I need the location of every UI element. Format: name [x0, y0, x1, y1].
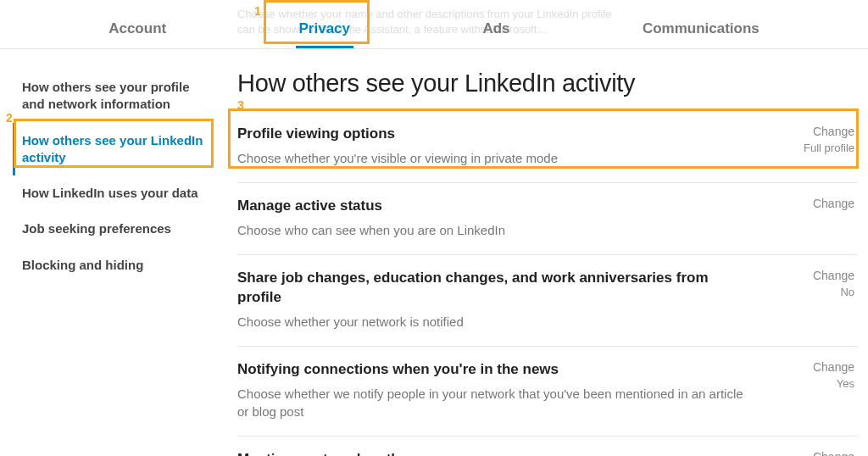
- top-tabs: Choose whether your name and other descr…: [0, 0, 868, 49]
- tab-privacy[interactable]: Privacy: [279, 14, 371, 48]
- change-link[interactable]: Change: [787, 197, 854, 210]
- setting-right: Change Yes: [787, 360, 854, 390]
- setting-active-status[interactable]: Manage active status Choose who can see …: [237, 183, 858, 255]
- page-title: How others see your LinkedIn activity: [237, 70, 858, 97]
- sidebar-item-profile-network[interactable]: How others see your profile and network …: [22, 70, 214, 123]
- setting-title: Manage active status: [237, 197, 753, 216]
- tab-ads[interactable]: Ads: [462, 14, 530, 48]
- change-link[interactable]: Change: [787, 125, 854, 138]
- sidebar: How others see your profile and network …: [0, 70, 214, 456]
- setting-title: Profile viewing options: [237, 125, 753, 144]
- setting-title: Mentions or tags by others: [237, 450, 753, 456]
- change-link[interactable]: Change: [787, 360, 854, 374]
- setting-profile-viewing[interactable]: Profile viewing options Choose whether y…: [237, 111, 858, 183]
- setting-right: Change: [787, 197, 854, 214]
- setting-left: Manage active status Choose who can see …: [237, 197, 787, 239]
- sidebar-item-linkedin-activity[interactable]: How others see your LinkedIn activity: [13, 123, 214, 176]
- setting-left: Mentions or tags by others Choose whethe…: [237, 450, 787, 456]
- setting-right: Change Full profile: [787, 125, 854, 154]
- sidebar-item-blocking[interactable]: Blocking and hiding: [22, 247, 214, 283]
- setting-news-notify[interactable]: Notifying connections when you're in the…: [237, 347, 858, 437]
- setting-right: Change No: [787, 269, 854, 298]
- tab-account[interactable]: Account: [88, 14, 186, 48]
- sidebar-item-job-seeking[interactable]: Job seeking preferences: [22, 211, 214, 247]
- setting-value: No: [787, 286, 854, 298]
- setting-desc: Choose whether you're visible or viewing…: [237, 149, 753, 167]
- setting-right: Change Yes: [787, 450, 854, 456]
- change-link[interactable]: Change: [787, 269, 854, 282]
- tab-communications[interactable]: Communications: [622, 14, 780, 48]
- main: How others see your LinkedIn activity Pr…: [214, 70, 868, 456]
- setting-left: Notifying connections when you're in the…: [237, 360, 787, 420]
- setting-desc: Choose who can see when you are on Linke…: [237, 221, 753, 239]
- setting-value: Yes: [787, 377, 854, 390]
- setting-value: Full profile: [787, 142, 854, 154]
- change-link[interactable]: Change: [787, 450, 854, 456]
- setting-desc: Choose whether your network is notified: [237, 313, 753, 331]
- setting-share-changes[interactable]: Share job changes, education changes, an…: [237, 255, 858, 347]
- content: How others see your profile and network …: [0, 49, 868, 456]
- setting-title: Share job changes, education changes, an…: [237, 269, 753, 308]
- setting-left: Share job changes, education changes, an…: [237, 269, 787, 331]
- setting-left: Profile viewing options Choose whether y…: [237, 125, 787, 167]
- setting-desc: Choose whether we notify people in your …: [237, 385, 753, 420]
- sidebar-item-data-usage[interactable]: How LinkedIn uses your data: [22, 175, 214, 211]
- setting-title: Notifying connections when you're in the…: [237, 360, 753, 380]
- setting-mentions-tags[interactable]: Mentions or tags by others Choose whethe…: [237, 437, 858, 456]
